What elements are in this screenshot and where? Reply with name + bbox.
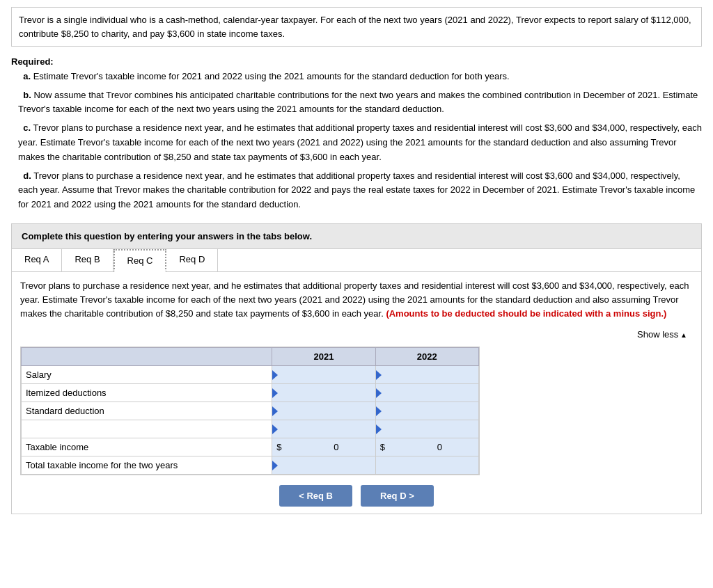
tab-req-d[interactable]: Req D — [166, 249, 218, 271]
input-indicator — [376, 424, 382, 434]
dollar-sign-2021: $ — [276, 442, 281, 452]
salary-2021-cell — [272, 366, 375, 384]
total-2022-input[interactable] — [380, 460, 474, 470]
required-item-a: a. Estimate Trevor's taxable income for … — [18, 70, 702, 84]
dollar-sign-2022: $ — [380, 442, 385, 452]
prev-button[interactable]: < Req B — [279, 485, 352, 507]
itemized-2021-cell — [272, 384, 375, 402]
input-indicator — [272, 424, 278, 434]
standard-2022-input[interactable] — [380, 406, 474, 416]
total-2021-cell — [272, 456, 375, 475]
empty-2022-input[interactable] — [380, 424, 474, 434]
standard-2021-input[interactable] — [276, 406, 370, 416]
total-2022-cell — [375, 456, 478, 475]
instruction-box: Complete this question by entering your … — [11, 223, 702, 249]
table-row: Taxable income $ $ — [22, 438, 479, 456]
itemized-2022-input[interactable] — [380, 388, 474, 398]
itemized-2022-cell — [375, 384, 478, 402]
header-label-col — [22, 348, 272, 366]
tab-req-b[interactable]: Req B — [62, 249, 113, 271]
input-indicator — [272, 370, 278, 380]
red-notice: (Amounts to be deducted should be indica… — [386, 308, 666, 319]
table-row: Itemized deductions — [22, 384, 479, 402]
required-label: Required: — [11, 56, 54, 67]
required-section: Required: a. Estimate Trevor's taxable i… — [11, 55, 702, 212]
table-row: Salary — [22, 366, 479, 384]
header-2022: 2022 — [375, 348, 478, 366]
tab-req-a[interactable]: Req A — [12, 249, 62, 271]
input-indicator — [272, 388, 278, 398]
next-button[interactable]: Req D > — [361, 485, 434, 507]
standard-2022-cell — [375, 402, 478, 420]
empty-2022-cell — [375, 420, 478, 438]
required-item-d: d. Trevor plans to purchase a residence … — [18, 169, 702, 212]
row-label-taxable: Taxable income — [22, 438, 272, 456]
required-item-c: c. Trevor plans to purchase a residence … — [18, 121, 702, 164]
input-indicator — [376, 388, 382, 398]
itemized-2021-input[interactable] — [276, 388, 370, 398]
required-list: a. Estimate Trevor's taxable income for … — [11, 70, 702, 212]
show-less-button[interactable]: Show less — [637, 329, 687, 340]
tab-description: Trevor plans to purchase a residence nex… — [20, 279, 693, 321]
table-row: Standard deduction — [22, 402, 479, 420]
salary-2022-input[interactable] — [380, 370, 474, 380]
tabs-container: Req A Req B Req C Req D Trevor plans to … — [11, 249, 702, 514]
header-2021: 2021 — [272, 348, 375, 366]
input-indicator — [376, 406, 382, 416]
taxable-2022-input[interactable] — [386, 442, 442, 452]
data-table-wrapper: 2021 2022 Salary — [20, 347, 480, 475]
table-header-row: 2021 2022 — [22, 348, 479, 366]
empty-2021-input[interactable] — [276, 424, 370, 434]
taxable-2021-input[interactable] — [283, 442, 339, 452]
salary-2021-input[interactable] — [276, 370, 370, 380]
taxable-2022-cell: $ — [375, 438, 478, 456]
row-label-total: Total taxable income for the two years — [22, 456, 272, 475]
problem-intro: Trevor is a single individual who is a c… — [11, 7, 702, 47]
nav-buttons: < Req B Req D > — [20, 485, 693, 507]
taxable-2021-cell: $ — [272, 438, 375, 456]
empty-2021-cell — [272, 420, 375, 438]
row-label-standard: Standard deduction — [22, 402, 272, 420]
total-2021-input[interactable] — [276, 460, 370, 470]
tabs-row: Req A Req B Req C Req D — [12, 249, 701, 272]
row-label-salary: Salary — [22, 366, 272, 384]
required-item-b: b. Now assume that Trevor combines his a… — [18, 88, 702, 118]
empty-label — [22, 420, 272, 438]
standard-2021-cell — [272, 402, 375, 420]
input-indicator — [376, 370, 382, 380]
row-label-itemized: Itemized deductions — [22, 384, 272, 402]
input-indicator — [272, 461, 278, 470]
tab-req-c[interactable]: Req C — [113, 249, 167, 272]
table-row-empty — [22, 420, 479, 438]
input-indicator — [272, 406, 278, 416]
tab-content-req-c: Trevor plans to purchase a residence nex… — [12, 272, 701, 514]
salary-2022-cell — [375, 366, 478, 384]
data-table: 2021 2022 Salary — [21, 347, 479, 475]
show-less-row: Show less — [20, 326, 693, 344]
table-row: Total taxable income for the two years — [22, 456, 479, 475]
